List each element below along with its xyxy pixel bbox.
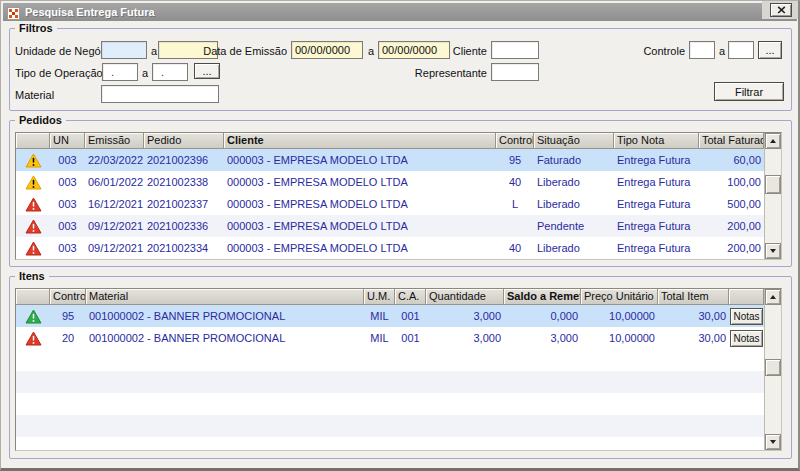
cell-controle: 95 xyxy=(496,154,534,166)
arrow-up-icon xyxy=(770,295,776,299)
col-controle[interactable]: Controle xyxy=(50,289,86,305)
col-total-item[interactable]: Total Item xyxy=(658,289,729,305)
itens-row[interactable]: 95 001000002 - BANNER PROMOCIONAL MIL 00… xyxy=(16,305,764,327)
tipo-operacao-to-input[interactable] xyxy=(152,63,188,81)
tipo-operacao-from-input[interactable] xyxy=(102,63,138,81)
cell-situacao: Faturado xyxy=(534,154,614,166)
itens-scrollbar[interactable] xyxy=(764,289,781,450)
controle-from-input[interactable] xyxy=(689,41,715,59)
cell-total-faturado: 60,00 xyxy=(699,154,764,166)
cell-un: 003 xyxy=(50,220,85,232)
warning-yellow-icon xyxy=(16,153,50,168)
cell-pedido: 2021002336 xyxy=(144,220,224,232)
col-un[interactable]: UN xyxy=(50,133,85,149)
cliente-input[interactable] xyxy=(491,41,539,59)
itens-header-row: Controle Material U.M. C.A. Quantidade S… xyxy=(16,289,764,305)
titlebar: Pesquisa Entrega Futura xyxy=(3,3,797,21)
filtrar-button[interactable]: Filtrar xyxy=(714,82,784,101)
scrollbar-track[interactable] xyxy=(765,305,781,434)
cell-ca: 001 xyxy=(395,332,426,344)
scroll-up-button[interactable] xyxy=(765,133,781,149)
cell-emissao: 09/12/2021 xyxy=(85,220,144,232)
pedidos-scrollbar[interactable] xyxy=(764,133,781,259)
range-separator: a xyxy=(151,45,157,57)
notas-button[interactable]: Notas xyxy=(730,330,763,347)
col-um[interactable]: U.M. xyxy=(364,289,395,305)
data-emissao-from-input[interactable] xyxy=(291,41,363,59)
col-situacao[interactable]: Situação xyxy=(534,133,614,149)
scrollbar-thumb[interactable] xyxy=(765,359,781,376)
cell-tipo-nota: Entrega Futura xyxy=(614,176,699,188)
col-saldo-a-remeter[interactable]: Saldo a Remeter xyxy=(504,289,581,305)
col-preco-unitario[interactable]: Preço Unitário xyxy=(581,289,658,305)
pedidos-row[interactable]: 003 16/12/2021 2021002337 000003 - EMPRE… xyxy=(16,193,764,215)
tipo-operacao-lookup-button[interactable]: ... xyxy=(194,63,220,79)
pedidos-row[interactable]: 003 09/12/2021 2021002336 000003 - EMPRE… xyxy=(16,215,764,237)
cell-total-faturado: 100,00 xyxy=(699,176,764,188)
cell-controle: 20 xyxy=(50,332,86,344)
arrow-down-icon xyxy=(770,249,776,253)
cell-ca: 001 xyxy=(395,310,426,322)
col-pedido[interactable]: Pedido xyxy=(144,133,224,149)
pedidos-row[interactable]: 003 06/01/2022 2021002338 000003 - EMPRE… xyxy=(16,171,764,193)
col-material[interactable]: Material xyxy=(86,289,364,305)
arrow-up-icon xyxy=(770,139,776,143)
cell-quantidade: 3,000 xyxy=(426,332,504,344)
cell-pedido: 2021002338 xyxy=(144,176,224,188)
controle-to-input[interactable] xyxy=(728,41,754,59)
cell-un: 003 xyxy=(50,242,85,254)
cell-cliente: 000003 - EMPRESA MODELO LTDA xyxy=(224,176,496,188)
empty-row xyxy=(16,349,764,371)
empty-row xyxy=(16,371,764,393)
cell-saldo-a-remeter: 3,000 xyxy=(504,332,581,344)
unidade-negocio-from-input[interactable] xyxy=(101,41,147,59)
pedidos-row[interactable]: 003 22/03/2022 2021002396 000003 - EMPRE… xyxy=(16,149,764,171)
notas-button[interactable]: Notas xyxy=(730,308,763,325)
cell-un: 003 xyxy=(50,154,85,166)
col-tipo-nota[interactable]: Tipo Nota xyxy=(614,133,699,149)
col-icon[interactable] xyxy=(16,133,50,149)
col-icon[interactable] xyxy=(16,289,50,305)
cell-tipo-nota: Entrega Futura xyxy=(614,242,699,254)
scroll-down-button[interactable] xyxy=(765,243,781,259)
representante-label: Representante xyxy=(383,67,487,79)
cell-total-item: 30,00 xyxy=(658,332,729,344)
itens-row[interactable]: 20 001000002 - BANNER PROMOCIONAL MIL 00… xyxy=(16,327,764,349)
scroll-down-button[interactable] xyxy=(765,434,781,450)
pedidos-row[interactable]: 003 09/12/2021 2021002334 000003 - EMPRE… xyxy=(16,237,764,259)
col-quantidade[interactable]: Quantidade xyxy=(426,289,504,305)
material-label: Material xyxy=(15,89,54,101)
cell-um: MIL xyxy=(364,332,395,344)
pedidos-table: UN Emissão Pedido Cliente Controle Situa… xyxy=(15,132,782,260)
scrollbar-thumb[interactable] xyxy=(765,175,781,194)
cell-preco-unitario: 10,00000 xyxy=(581,332,658,344)
window: Pesquisa Entrega Futura Filtros Unidade … xyxy=(0,0,800,471)
material-input[interactable] xyxy=(101,85,219,103)
arrow-down-icon xyxy=(770,440,776,444)
cell-situacao: Pendente xyxy=(534,220,614,232)
cell-material: 001000002 - BANNER PROMOCIONAL xyxy=(86,310,364,322)
cell-cliente: 000003 - EMPRESA MODELO LTDA xyxy=(224,154,496,166)
scroll-up-button[interactable] xyxy=(765,289,781,305)
cell-total-faturado: 200,00 xyxy=(699,242,764,254)
close-button[interactable] xyxy=(770,3,792,17)
controle-lookup-button[interactable]: ... xyxy=(758,41,782,59)
col-total-faturado[interactable]: Total Faturado xyxy=(699,133,764,149)
col-controle[interactable]: Controle xyxy=(496,133,534,149)
unidade-negocio-label: Unidade de Negócio xyxy=(15,45,115,57)
range-separator: a xyxy=(142,67,148,79)
itens-group-label: Itens xyxy=(15,270,49,282)
cell-situacao: Liberado xyxy=(534,176,614,188)
col-ca[interactable]: C.A. xyxy=(395,289,426,305)
data-emissao-label: Data de Emissão xyxy=(183,45,287,57)
representante-input[interactable] xyxy=(491,63,539,81)
col-cliente[interactable]: Cliente xyxy=(224,133,496,149)
cell-situacao: Liberado xyxy=(534,242,614,254)
cell-controle: 40 xyxy=(496,176,534,188)
scrollbar-track[interactable] xyxy=(765,149,781,243)
cell-un: 003 xyxy=(50,198,85,210)
col-actions[interactable] xyxy=(729,289,764,305)
col-emissao[interactable]: Emissão xyxy=(85,133,144,149)
cell-tipo-nota: Entrega Futura xyxy=(614,198,699,210)
cell-un: 003 xyxy=(50,176,85,188)
